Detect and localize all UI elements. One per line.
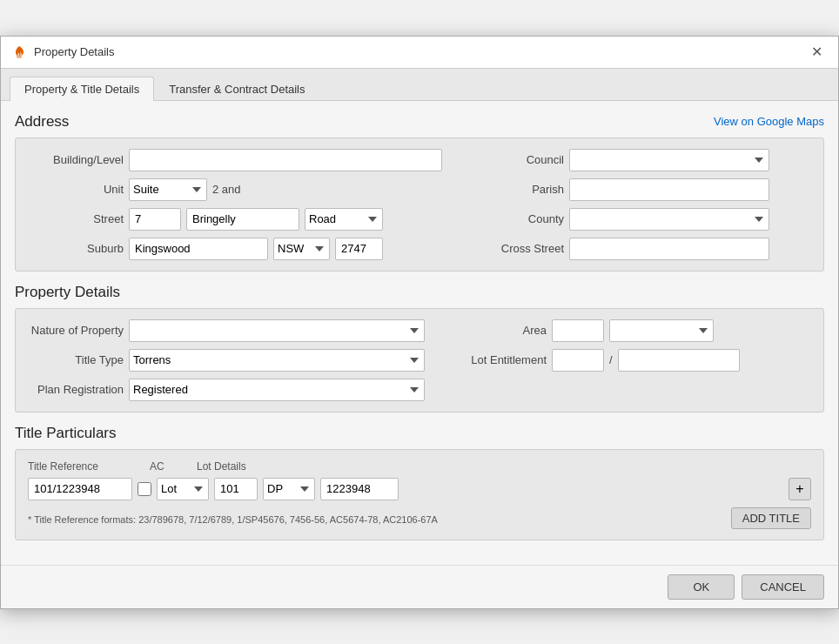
suburb-label: Suburb — [28, 242, 124, 255]
ok-button[interactable]: OK — [668, 574, 735, 600]
tp-ac-header: AC — [150, 460, 171, 473]
tp-column-headers: Title Reference AC Lot Details — [28, 460, 811, 473]
lot-entitlement-label: Lot Entitlement — [442, 353, 547, 366]
council-label: Council — [460, 153, 564, 166]
council-row: Council — [460, 149, 811, 171]
title-bar: Property Details ✕ — [1, 37, 838, 69]
dp-type-select[interactable]: DP SP CP — [263, 478, 315, 500]
app-icon — [11, 44, 27, 60]
address-title: Address — [15, 113, 69, 131]
google-maps-link[interactable]: View on Google Maps — [714, 115, 824, 128]
cross-street-label: Cross Street — [460, 242, 564, 255]
parish-label: Parish — [460, 183, 564, 196]
address-header: Address View on Google Maps — [15, 113, 824, 131]
lot-entitlement-row: Lot Entitlement / — [442, 349, 811, 372]
nature-select[interactable] — [129, 319, 425, 342]
property-left-col: Nature of Property Title Type Torrens Ol… — [28, 319, 425, 401]
building-label: Building/Level — [28, 153, 124, 166]
address-right-col: Council Parish County — [460, 149, 811, 260]
cross-street-input[interactable] — [569, 238, 769, 260]
title-ref-input[interactable] — [28, 478, 132, 500]
property-details-dialog: Property Details ✕ Property & Title Deta… — [0, 36, 839, 609]
nature-row: Nature of Property — [28, 319, 425, 342]
property-details-section: Property Details Nature of Property Titl… — [15, 284, 824, 413]
plan-reg-select[interactable]: Registered Unregistered — [129, 379, 425, 401]
plan-reg-label: Plan Registration — [28, 383, 124, 396]
building-input[interactable] — [129, 149, 442, 171]
postcode-input[interactable] — [335, 238, 383, 260]
suburb-row: Suburb NSW VIC QLD SA WA — [28, 238, 442, 260]
add-title-button[interactable]: ADD TITLE — [731, 507, 811, 529]
street-label: Street — [28, 212, 124, 225]
address-left-col: Building/Level Unit Suite Unit Apt Level — [28, 149, 442, 260]
parish-input[interactable] — [569, 178, 769, 201]
title-particulars-box: Title Reference AC Lot Details Lot SP CP — [15, 449, 824, 540]
title-particulars-section: Title Particulars Title Reference AC Lot… — [15, 425, 824, 540]
tab-transfer-contract[interactable]: Transfer & Contract Details — [154, 77, 319, 101]
window-title: Property Details — [34, 45, 114, 58]
county-select[interactable] — [569, 208, 769, 231]
county-row: County — [460, 208, 811, 231]
state-select[interactable]: NSW VIC QLD SA WA — [273, 238, 330, 260]
cross-street-row: Cross Street — [460, 238, 811, 260]
add-row-button[interactable]: + — [789, 478, 811, 500]
property-details-header: Property Details — [15, 284, 824, 301]
lot-num-input[interactable] — [214, 478, 258, 500]
unit-and-text: 2 and — [212, 183, 241, 196]
title-type-row: Title Type Torrens Old System Strata Com… — [28, 349, 425, 372]
lot-ent-input1[interactable] — [552, 349, 604, 372]
street-row: Street Road Street Avenue Drive Court — [28, 208, 442, 231]
street-number-input[interactable] — [129, 208, 181, 231]
lot-ent-divider: / — [609, 353, 613, 366]
main-content: Address View on Google Maps Building/Lev… — [1, 101, 838, 565]
property-details-columns: Nature of Property Title Type Torrens Ol… — [28, 319, 811, 401]
county-label: County — [460, 212, 564, 225]
title-particulars-header: Title Particulars — [15, 425, 824, 442]
close-button[interactable]: ✕ — [806, 44, 828, 61]
title-particulars-title: Title Particulars — [15, 425, 117, 442]
dialog-footer: OK CANCEL — [1, 565, 838, 608]
property-details-box: Nature of Property Title Type Torrens Ol… — [15, 308, 824, 413]
tp-bottom-row: * Title Reference formats: 23/789678, 7/… — [28, 507, 811, 529]
address-section: Address View on Google Maps Building/Lev… — [15, 113, 824, 272]
dp-num-input[interactable] — [320, 478, 399, 500]
parish-row: Parish — [460, 178, 811, 201]
title-formats-note: * Title Reference formats: 23/789678, 7/… — [28, 514, 438, 525]
street-type-select[interactable]: Road Street Avenue Drive Court — [305, 208, 383, 231]
lot-type-select[interactable]: Lot SP CP — [157, 478, 209, 500]
property-right-col: Area m² ha acres Lot Entitlement — [442, 319, 811, 401]
area-input[interactable] — [552, 319, 604, 342]
unit-row: Unit Suite Unit Apt Level 2 and — [28, 178, 442, 201]
lot-ent-input2[interactable] — [618, 349, 740, 372]
unit-select[interactable]: Suite Unit Apt Level — [129, 178, 207, 201]
unit-label: Unit — [28, 183, 124, 196]
area-row: Area m² ha acres — [442, 319, 811, 342]
area-label: Area — [442, 324, 547, 337]
ac-checkbox[interactable] — [138, 482, 151, 496]
tp-data-row: Lot SP CP DP SP CP + — [28, 478, 811, 500]
nature-label: Nature of Property — [28, 324, 124, 337]
council-select[interactable] — [569, 149, 769, 171]
tab-bar: Property & Title Details Transfer & Cont… — [1, 69, 838, 101]
building-row: Building/Level — [28, 149, 442, 171]
tp-ref-header: Title Reference — [28, 460, 124, 473]
tp-lot-header: Lot Details — [197, 460, 246, 473]
tab-property-title[interactable]: Property & Title Details — [10, 77, 154, 101]
plan-reg-row: Plan Registration Registered Unregistere… — [28, 379, 425, 401]
address-columns: Building/Level Unit Suite Unit Apt Level — [28, 149, 811, 260]
title-type-select[interactable]: Torrens Old System Strata Community — [129, 349, 425, 372]
cancel-button[interactable]: CANCEL — [742, 574, 824, 600]
area-unit-select[interactable]: m² ha acres — [609, 319, 714, 342]
svg-point-0 — [17, 55, 22, 58]
title-type-label: Title Type — [28, 353, 124, 366]
street-name-input[interactable] — [186, 208, 299, 231]
address-box: Building/Level Unit Suite Unit Apt Level — [15, 138, 824, 272]
title-bar-left: Property Details — [11, 44, 114, 60]
suburb-input[interactable] — [129, 238, 268, 260]
property-details-title: Property Details — [15, 284, 120, 301]
